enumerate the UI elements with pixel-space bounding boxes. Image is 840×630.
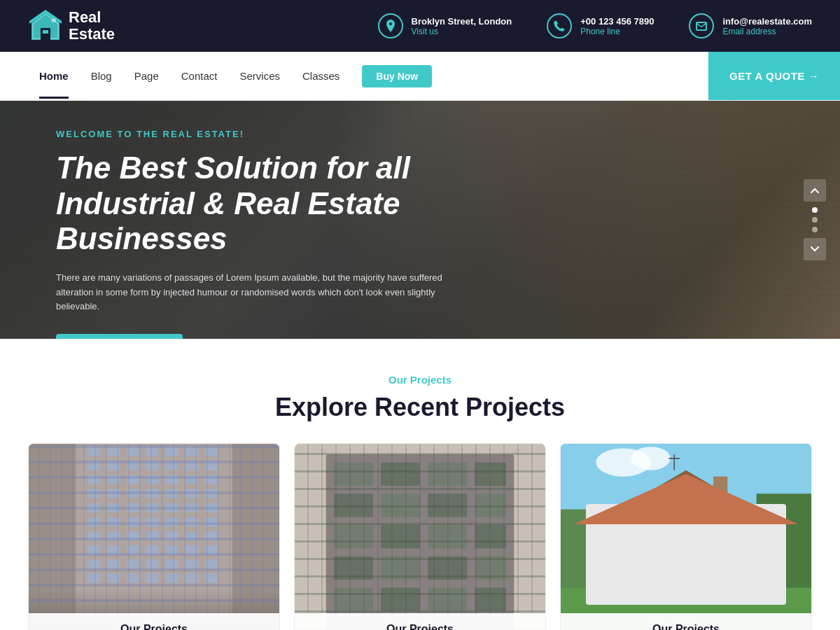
svg-rect-95 bbox=[428, 525, 467, 549]
svg-rect-53 bbox=[205, 517, 218, 526]
hero-description: There are many variations of passages of… bbox=[56, 271, 448, 314]
hero-dot-2[interactable] bbox=[812, 217, 818, 223]
phone-icon bbox=[547, 13, 572, 38]
svg-rect-57 bbox=[146, 531, 159, 540]
email-icon bbox=[689, 13, 714, 38]
nav-item-page[interactable]: Page bbox=[123, 53, 170, 99]
project-card-3-image bbox=[561, 444, 811, 630]
chevron-down-icon bbox=[811, 246, 819, 252]
nav-link-page[interactable]: Page bbox=[123, 53, 170, 99]
hero-dot-3[interactable] bbox=[812, 227, 818, 232]
svg-rect-61 bbox=[88, 545, 100, 554]
svg-rect-14 bbox=[127, 447, 139, 456]
svg-rect-25 bbox=[205, 461, 218, 470]
svg-rect-101 bbox=[334, 588, 373, 612]
hero-next-button[interactable] bbox=[804, 238, 826, 260]
svg-rect-2 bbox=[41, 28, 50, 40]
svg-point-130 bbox=[685, 570, 689, 574]
logo-icon bbox=[28, 8, 63, 43]
nav-link-blog[interactable]: Blog bbox=[80, 53, 123, 99]
hero-prev-button[interactable] bbox=[804, 179, 826, 202]
svg-rect-78 bbox=[146, 573, 159, 582]
get-quote-button[interactable]: GET A QUOTE → bbox=[708, 52, 840, 100]
svg-rect-99 bbox=[428, 556, 467, 580]
nav-item-classes[interactable]: Classes bbox=[291, 53, 351, 99]
building-1-svg bbox=[29, 444, 279, 630]
svg-rect-100 bbox=[475, 556, 506, 580]
svg-rect-92 bbox=[475, 493, 506, 517]
svg-rect-23 bbox=[166, 461, 178, 470]
svg-rect-32 bbox=[205, 475, 218, 484]
svg-rect-50 bbox=[146, 517, 159, 526]
svg-rect-124 bbox=[698, 539, 733, 569]
hero-title: The Best Solution for all Industrial & R… bbox=[56, 150, 504, 257]
svg-rect-79 bbox=[166, 573, 178, 582]
hero-content: WELCOME TO THE REAL ESTATE! The Best Sol… bbox=[56, 129, 504, 339]
nav-link-services[interactable]: Services bbox=[228, 53, 291, 99]
project-card-2-label: Our Projects bbox=[295, 613, 545, 630]
navbar: Home Blog Page Contact Services Classes … bbox=[0, 52, 840, 101]
svg-rect-59 bbox=[186, 531, 198, 540]
building-2-svg bbox=[295, 444, 545, 630]
project-card-1-image bbox=[29, 444, 279, 630]
svg-rect-35 bbox=[127, 489, 139, 498]
hero-welcome-text: WELCOME TO THE REAL ESTATE! bbox=[56, 129, 504, 139]
project-card-2[interactable]: Our Projects bbox=[294, 443, 546, 630]
svg-rect-18 bbox=[205, 447, 218, 456]
svg-rect-21 bbox=[127, 461, 139, 470]
svg-rect-17 bbox=[186, 447, 198, 456]
svg-rect-40 bbox=[88, 503, 100, 512]
svg-rect-96 bbox=[475, 525, 506, 549]
svg-rect-36 bbox=[146, 489, 159, 498]
svg-rect-54 bbox=[88, 531, 100, 540]
project-card-1[interactable]: Our Projects bbox=[28, 443, 280, 630]
buy-now-button[interactable]: Buy Now bbox=[362, 65, 432, 88]
svg-rect-19 bbox=[88, 461, 100, 470]
svg-rect-69 bbox=[107, 559, 120, 568]
location-text: Broklyn Street, London Visit us bbox=[412, 16, 512, 36]
nav-item-buynow[interactable]: Buy Now bbox=[356, 65, 432, 88]
svg-rect-97 bbox=[334, 556, 373, 580]
svg-rect-123 bbox=[624, 539, 659, 569]
svg-rect-129 bbox=[666, 552, 690, 587]
svg-rect-80 bbox=[186, 573, 198, 582]
nav-item-blog[interactable]: Blog bbox=[80, 53, 123, 99]
svg-rect-62 bbox=[107, 545, 120, 554]
svg-rect-64 bbox=[146, 545, 159, 554]
projects-section: Our Projects Explore Recent Projects bbox=[0, 339, 840, 630]
hero-dot-1[interactable] bbox=[812, 207, 818, 213]
svg-rect-98 bbox=[381, 556, 420, 580]
nav-link-home[interactable]: Home bbox=[28, 53, 80, 99]
hero-dots bbox=[812, 207, 818, 232]
svg-rect-47 bbox=[88, 517, 100, 526]
svg-rect-68 bbox=[88, 559, 100, 568]
svg-rect-26 bbox=[88, 475, 100, 484]
phone-info: +00 123 456 7890 Phone line bbox=[547, 13, 654, 38]
nav-link-contact[interactable]: Contact bbox=[170, 53, 229, 99]
svg-rect-93 bbox=[334, 525, 373, 549]
nav-link-classes[interactable]: Classes bbox=[291, 53, 351, 99]
nav-item-home[interactable]: Home bbox=[28, 53, 80, 99]
svg-rect-74 bbox=[205, 559, 218, 568]
project-card-3[interactable]: Our Projects bbox=[560, 443, 812, 630]
svg-rect-41 bbox=[107, 503, 120, 512]
svg-rect-67 bbox=[205, 545, 218, 554]
svg-rect-81 bbox=[205, 573, 218, 582]
svg-rect-37 bbox=[166, 489, 178, 498]
svg-rect-44 bbox=[166, 503, 178, 512]
svg-rect-70 bbox=[127, 559, 139, 568]
svg-rect-24 bbox=[186, 461, 198, 470]
svg-rect-85 bbox=[334, 463, 373, 486]
hero-cta-button[interactable]: GET A QUOTE » bbox=[56, 334, 183, 339]
svg-rect-13 bbox=[107, 447, 120, 456]
nav-item-services[interactable]: Services bbox=[228, 53, 291, 99]
svg-rect-52 bbox=[186, 517, 198, 526]
svg-rect-12 bbox=[88, 447, 100, 456]
svg-rect-83 bbox=[295, 444, 545, 630]
hero-section: WELCOME TO THE REAL ESTATE! The Best Sol… bbox=[0, 101, 840, 339]
svg-rect-39 bbox=[205, 489, 218, 498]
svg-rect-120 bbox=[608, 525, 764, 603]
project-card-3-label: Our Projects bbox=[561, 613, 811, 630]
email-info: info@realestate.com Email address bbox=[689, 13, 812, 38]
nav-item-contact[interactable]: Contact bbox=[170, 53, 229, 99]
